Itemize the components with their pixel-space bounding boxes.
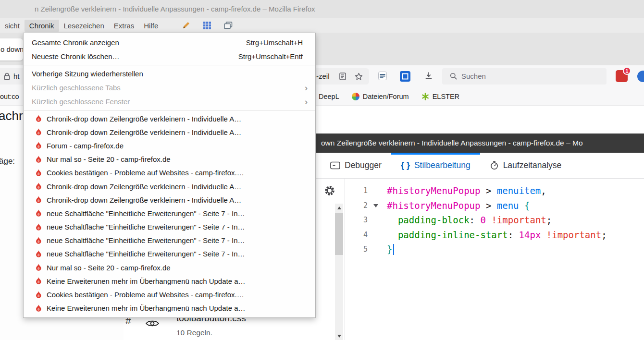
menu-item[interactable]: Neueste Chronik löschen…Strg+Umschalt+En… [24, 49, 315, 63]
url-text-fragment-right: -zeil [316, 68, 330, 85]
devtools-tab-laufzeitanalyse[interactable]: Laufzeitanalyse [480, 153, 571, 178]
history-entry-label: Forum - camp-firefox.de [47, 142, 124, 150]
bookmark-item[interactable]: ELSTER [421, 93, 459, 100]
eye-icon[interactable] [146, 319, 159, 329]
menu-item[interactable]: Gesamte Chronik anzeigenStrg+Umschalt+H [24, 36, 315, 49]
reader-mode-icon[interactable] [339, 73, 346, 82]
code-token: 14px [519, 230, 541, 240]
flame-favicon-icon [35, 128, 42, 136]
menubar-item-lesezeichen[interactable]: Lesezeichen [59, 20, 109, 32]
extension-cut-icon[interactable] [637, 71, 644, 82]
flame-favicon-icon [35, 115, 42, 122]
flame-favicon-icon [35, 156, 42, 163]
scrollbar-down-button[interactable] [335, 332, 343, 340]
scrollbar-thumb[interactable] [335, 213, 343, 255]
flame-favicon-icon [35, 250, 42, 258]
scrollbar-up-button[interactable] [335, 204, 343, 212]
bookmark-fragment[interactable]: out:co [0, 87, 19, 106]
history-menu-entry[interactable]: Keine Erweiterunen mehr im Überhangmenü … [24, 302, 315, 315]
search-bar[interactable]: Suchen [442, 68, 607, 85]
search-icon [450, 73, 457, 82]
history-entry-label: neue Schaltfläche "Einheitliche Erweiter… [47, 236, 245, 244]
bookmark-star-icon[interactable] [355, 73, 363, 82]
flame-favicon-icon [35, 196, 42, 204]
menu-item-label: Kürzlich geschlossene Fenster [32, 97, 130, 106]
history-menu-entry[interactable]: Nur mal so - Seite 20 - camp-firefox.de [24, 261, 315, 274]
menu-item-shortcut: Strg+Umschalt+Entf [238, 52, 303, 61]
stopwatch-icon [490, 161, 499, 170]
download-icon[interactable] [425, 72, 433, 80]
history-entry-label: neue Schaltfläche "Einheitliche Erweiter… [47, 209, 245, 218]
gutter-line: 3 [345, 213, 380, 228]
history-entry-label: Keine Erweiterunen mehr im Überhangmenü … [47, 304, 246, 312]
asterisk-favicon-icon [421, 93, 429, 100]
history-menu-entry[interactable]: neue Schaltfläche "Einheitliche Erweiter… [24, 220, 315, 234]
url-text-fragment-left: ht [13, 68, 20, 85]
code-token [486, 215, 491, 225]
history-menu-entry[interactable]: Cookies bestätigen - Probleme auf Websit… [24, 288, 315, 301]
pen-icon[interactable] [181, 21, 191, 30]
code-token [387, 215, 398, 225]
history-menu-entry[interactable]: Cookies bestätigen - Probleme auf Websit… [24, 166, 315, 180]
search-placeholder: Suchen [461, 68, 486, 85]
grid-icon[interactable] [202, 21, 212, 30]
code-token: #historyMenuPopup [387, 200, 480, 211]
menubar-item-ansicht[interactable]: sicht [0, 20, 25, 32]
history-menu-entry[interactable]: Chronik-drop down Zeilengröße verkleiner… [24, 193, 315, 206]
page-text-fragment-1: achr [0, 109, 23, 123]
extension-doc-icon[interactable] [378, 71, 387, 81]
editor-gutter: 12345 [345, 183, 380, 257]
bookmark-item[interactable]: Dateien/Forum [352, 93, 409, 100]
code-token: padding-inline-start [398, 230, 508, 240]
code-line: } [387, 242, 644, 257]
flame-favicon-icon [35, 304, 42, 312]
history-entry-label: Cookies bestätigen - Probleme auf Websit… [47, 169, 244, 177]
menubar-item-extras[interactable]: Extras [109, 20, 139, 32]
style-editor[interactable]: 12345 #historyMenuPopup > menuitem,#hist… [345, 179, 644, 340]
history-entry-label: neue Schaltfläche "Einheitliche Erweiter… [47, 250, 245, 258]
history-menu-entry[interactable]: Nur mal so - Seite 20 - camp-firefox.de [24, 153, 315, 166]
active-browser-tab[interactable]: o down [0, 38, 23, 61]
tab-title-fragment: o down [0, 38, 24, 61]
menu-item[interactable]: Vorherige Sitzung wiederherstellen [24, 67, 315, 81]
history-entry-label: neue Schaltfläche "Einheitliche Erweiter… [47, 223, 245, 231]
devtools-tab-debugger[interactable]: Debugger [321, 153, 391, 178]
history-entry-label: Chronik-drop down Zeilengröße verkleiner… [47, 182, 241, 191]
gutter-line: 5 [345, 242, 380, 257]
history-menu-entry[interactable]: Keine Erweiterunen mehr im Überhangmenü … [24, 274, 315, 288]
fold-arrow-icon[interactable] [373, 204, 378, 207]
menu-item-label: Gesamte Chronik anzeigen [32, 38, 119, 47]
history-menu-entry[interactable]: Chronik-drop down Zeilengröße verkleiner… [24, 125, 315, 139]
stylesheet-pane-scrollbar[interactable] [335, 204, 343, 340]
flame-favicon-icon [35, 169, 42, 177]
code-token: #historyMenuPopup [387, 185, 480, 196]
menubar-item-hilfe[interactable]: Hilfe [139, 20, 163, 32]
code-token: menuitem [497, 185, 541, 196]
code-line: #historyMenuPopup > menu { [387, 198, 644, 213]
gear-icon[interactable] [323, 184, 336, 197]
stylesheet-rule-count: 10 Regeln. [176, 328, 212, 337]
debugger-icon [330, 161, 340, 170]
history-menu-entry[interactable]: neue Schaltfläche "Einheitliche Erweiter… [24, 247, 315, 261]
code-token: > [480, 185, 496, 196]
extension-badge: 1 [623, 67, 631, 75]
devtools-tab-label: Stilbearbeitung [414, 160, 471, 170]
code-token: menu [497, 200, 519, 211]
lock-icon[interactable] [4, 73, 10, 82]
page-text-fragment-2: äge: [0, 157, 15, 166]
line-number: 1 [363, 183, 368, 198]
history-menu-entry[interactable]: Chronik-drop down Zeilengröße verkleiner… [24, 112, 315, 125]
menubar-item-chronik[interactable]: Chronik [25, 20, 59, 32]
history-entry-label: Nur mal so - Seite 20 - camp-firefox.de [47, 264, 171, 272]
history-menu-entry[interactable]: Forum - camp-firefox.de [24, 139, 315, 152]
code-token [541, 230, 546, 240]
adblock-extension-icon[interactable]: 1 [616, 70, 628, 82]
history-menu-popup: Gesamte Chronik anzeigenStrg+Umschalt+HN… [23, 33, 316, 318]
devtools-tab-stilbearbeitung[interactable]: { }Stilbearbeitung [391, 153, 480, 178]
history-menu-entry[interactable]: Chronik-drop down Zeilengröße verkleiner… [24, 180, 315, 193]
extension-blue-icon[interactable] [400, 71, 410, 82]
windows-icon[interactable] [223, 21, 234, 30]
menu-separator [24, 110, 315, 110]
history-menu-entry[interactable]: neue Schaltfläche "Einheitliche Erweiter… [24, 206, 315, 220]
history-menu-entry[interactable]: neue Schaltfläche "Einheitliche Erweiter… [24, 234, 315, 247]
